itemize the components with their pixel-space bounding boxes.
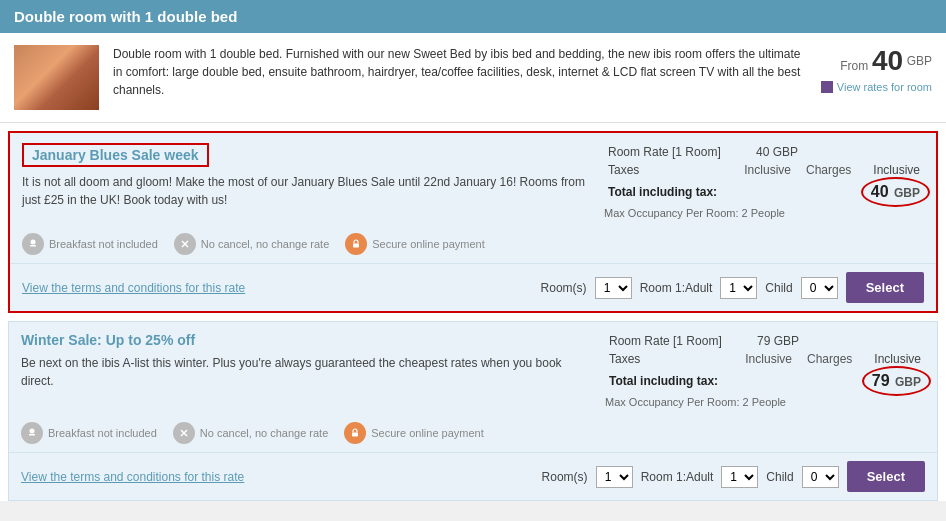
rate2-charges-label: Charges <box>803 350 863 368</box>
rate1-feature-breakfast: Breakfast not included <box>22 233 158 255</box>
svg-point-5 <box>30 429 35 434</box>
rate2-rooms-label: Room(s) <box>542 470 588 484</box>
rate2-breakfast-label: Breakfast not included <box>48 427 157 439</box>
page-wrapper: Double room with 1 double bed Double roo… <box>0 0 946 501</box>
rate1-payment-label: Secure online payment <box>372 238 485 250</box>
rate1-taxes-value: Inclusive <box>740 161 802 179</box>
rate2-total-cell: 79 GBP <box>803 368 925 392</box>
from-label: From 40 GBP <box>821 45 932 77</box>
rate2-room-rate-amount: 79 GBP <box>741 332 803 350</box>
rate2-child-select[interactable]: 012 <box>802 466 839 488</box>
rate2-pricing-table: Room Rate [1 Room] 79 GBP Taxes Inclusiv… <box>605 332 925 392</box>
svg-rect-9 <box>352 433 358 437</box>
rate1-pricing-table: Room Rate [1 Room] 40 GBP Taxes Inclusiv… <box>604 143 924 203</box>
rate2-taxes-value: Inclusive <box>741 350 803 368</box>
rate1-adult-select[interactable]: 12 <box>720 277 757 299</box>
rate1-total-currency: GBP <box>894 186 920 200</box>
rate1-rooms-label: Room(s) <box>541 281 587 295</box>
svg-rect-1 <box>30 245 36 247</box>
rate2-taxes-row: Taxes Inclusive Charges Inclusive <box>605 350 925 368</box>
rate1-terms-link[interactable]: View the terms and conditions for this r… <box>22 281 245 295</box>
breakfast-icon <box>22 233 44 255</box>
rate2-rooms-select[interactable]: 123 <box>596 466 633 488</box>
rate1-features-row: Breakfast not included No cancel, no cha… <box>10 225 936 263</box>
rate2-total-amount: 79 <box>872 372 890 389</box>
rate1-title: January Blues Sale week <box>22 143 209 167</box>
view-rates-label: View rates for room <box>837 81 932 93</box>
rate1-select-button[interactable]: Select <box>846 272 924 303</box>
rate2-left: Winter Sale: Up to 25% off Be next on th… <box>21 332 593 408</box>
rate1-adult-label: Room 1:Adult <box>640 281 713 295</box>
rate1-taxes-row: Taxes Inclusive Charges Inclusive <box>604 161 924 179</box>
rate1-room-rate-label: Room Rate [1 Room] <box>604 143 740 161</box>
rate2-cancel-label: No cancel, no change rate <box>200 427 328 439</box>
rate2-max-occupancy: Max Occupancy Per Room: 2 People <box>605 396 925 408</box>
rate2-taxes-label: Taxes <box>605 350 741 368</box>
rate2-adult-label: Room 1:Adult <box>641 470 714 484</box>
rate2-bottom: View the terms and conditions for this r… <box>9 452 937 500</box>
rate2-total-label: Total including tax: <box>605 368 803 392</box>
rate1-breakfast-label: Breakfast not included <box>49 238 158 250</box>
rate2-breakfast-icon <box>21 422 43 444</box>
rate1-cancel-label: No cancel, no change rate <box>201 238 329 250</box>
rate2-adult-select[interactable]: 12 <box>721 466 758 488</box>
svg-rect-4 <box>353 244 359 248</box>
rate1-max-occupancy: Max Occupancy Per Room: 2 People <box>604 207 924 219</box>
rate1-total-row: Total including tax: 40 GBP <box>604 179 924 203</box>
rate2-terms-link[interactable]: View the terms and conditions for this r… <box>21 470 244 484</box>
rate1-child-select[interactable]: 012 <box>801 277 838 299</box>
rate2-total-currency: GBP <box>895 375 921 389</box>
rate2-feature-cancel: No cancel, no change rate <box>173 422 328 444</box>
rate2-title: Winter Sale: Up to 25% off <box>21 332 593 348</box>
rate2-room-rate-row: Room Rate [1 Room] 79 GBP <box>605 332 925 350</box>
rate1-controls: Room(s) 123 Room 1:Adult 12 Child 012 Se… <box>541 272 924 303</box>
rate1-right: Room Rate [1 Room] 40 GBP Taxes Inclusiv… <box>604 143 924 219</box>
rate2-feature-payment: Secure online payment <box>344 422 484 444</box>
rate1-total-cell: 40 GBP <box>802 179 924 203</box>
rate2-features-row: Breakfast not included No cancel, no cha… <box>9 414 937 452</box>
room-price: 40 <box>872 45 903 76</box>
rate2-child-label: Child <box>766 470 793 484</box>
room-description-text: Double room with 1 double bed. Furnished… <box>113 47 801 97</box>
rate2-cancel-icon <box>173 422 195 444</box>
room-header: Double room with 1 double bed <box>0 0 946 33</box>
cancel-icon <box>174 233 196 255</box>
rate2-lock-icon <box>344 422 366 444</box>
rate2-feature-breakfast: Breakfast not included <box>21 422 157 444</box>
rate2-total-row: Total including tax: 79 GBP <box>605 368 925 392</box>
view-rates-link[interactable]: View rates for room <box>821 81 932 93</box>
rate2-room-rate-label: Room Rate [1 Room] <box>605 332 741 350</box>
rate1-total-label: Total including tax: <box>604 179 802 203</box>
rate2-controls: Room(s) 123 Room 1:Adult 12 Child 012 Se… <box>542 461 925 492</box>
room-description: Double room with 1 double bed. Furnished… <box>113 45 807 99</box>
room-title: Double room with 1 double bed <box>14 8 237 25</box>
rate2-payment-label: Secure online payment <box>371 427 484 439</box>
rate1-top: January Blues Sale week It is not all do… <box>10 133 936 225</box>
rate1-left: January Blues Sale week It is not all do… <box>22 143 592 219</box>
view-rates-icon <box>821 81 833 93</box>
room-price-aside: From 40 GBP View rates for room <box>821 45 932 93</box>
room-image <box>14 45 99 110</box>
rate1-room-rate-amount: 40 GBP <box>740 143 802 161</box>
rate2-total-circle: 79 GBP <box>872 372 921 390</box>
rate2-top: Winter Sale: Up to 25% off Be next on th… <box>9 322 937 414</box>
rate1-child-label: Child <box>765 281 792 295</box>
rate1-feature-payment: Secure online payment <box>345 233 485 255</box>
from-text: From <box>840 59 868 73</box>
room-currency: GBP <box>907 54 932 68</box>
rate2-right: Room Rate [1 Room] 79 GBP Taxes Inclusiv… <box>605 332 925 408</box>
lock-icon <box>345 233 367 255</box>
rate1-room-rate-row: Room Rate [1 Room] 40 GBP <box>604 143 924 161</box>
svg-rect-6 <box>29 434 35 436</box>
rate1-desc: It is not all doom and gloom! Make the m… <box>22 173 592 209</box>
rate1-feature-cancel: No cancel, no change rate <box>174 233 329 255</box>
svg-point-0 <box>31 240 36 245</box>
rate1-rooms-select[interactable]: 123 <box>595 277 632 299</box>
rate1-total-circle: 40 GBP <box>871 183 920 201</box>
room-info-row: Double room with 1 double bed. Furnished… <box>0 33 946 123</box>
rate1-total-amount: 40 <box>871 183 889 200</box>
rate2-select-button[interactable]: Select <box>847 461 925 492</box>
rate1-charges-label: Charges <box>802 161 862 179</box>
rate1-taxes-label: Taxes <box>604 161 740 179</box>
rate-section-2: Winter Sale: Up to 25% off Be next on th… <box>8 321 938 501</box>
